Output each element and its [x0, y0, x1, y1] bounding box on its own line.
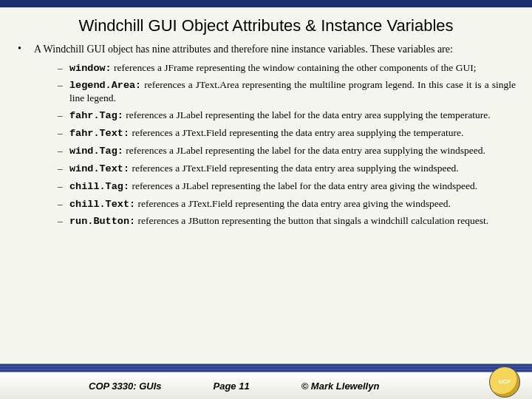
top-accent-bar — [0, 0, 532, 7]
dash-icon: – — [58, 145, 69, 158]
attr-name: chill.Tag: — [69, 181, 129, 192]
list-item: –fahr.Text: references a JText.Field rep… — [58, 127, 516, 140]
attr-name: legend.Area: — [69, 80, 141, 91]
dash-icon: – — [58, 198, 69, 211]
intro-row: • A Windchill GUI object has nine attrib… — [16, 43, 516, 56]
list-item: –legend.Area: references a JText.Area re… — [58, 79, 516, 105]
dash-icon: – — [58, 215, 69, 228]
footer-bar: COP 3330: GUIs Page 11 © Mark Llewellyn … — [0, 372, 532, 399]
ucf-logo-icon: UCF — [489, 366, 520, 398]
dash-icon: – — [58, 180, 69, 194]
attribute-list: –window: references a JFrame representin… — [16, 62, 516, 229]
footer-course: COP 3330: GUIs — [89, 381, 162, 392]
footer-stripe — [0, 364, 532, 372]
attr-desc: references a JText.Field representing th… — [129, 127, 463, 138]
list-item: –fahr.Tag: references a JLabel represent… — [58, 109, 516, 123]
dash-icon: – — [58, 62, 69, 75]
dash-icon: – — [58, 127, 69, 140]
attr-name: run.Button: — [69, 216, 135, 227]
dash-icon: – — [58, 79, 69, 105]
attr-name: wind.Text: — [69, 163, 129, 174]
attr-desc: references a JFrame representing the win… — [112, 62, 477, 73]
footer-page: Page 11 — [214, 381, 250, 392]
dash-icon: – — [58, 163, 69, 176]
bullet-icon: • — [16, 43, 34, 56]
attr-desc: references a JLabel representing the lab… — [123, 145, 485, 156]
intro-text: A Windchill GUI object has nine attribut… — [34, 43, 516, 56]
list-item: –run.Button: references a JButton repres… — [58, 215, 516, 228]
attr-desc: references a JLabel representing the lab… — [129, 180, 477, 191]
list-item: –window: references a JFrame representin… — [58, 62, 516, 75]
footer: COP 3330: GUIs Page 11 © Mark Llewellyn … — [0, 364, 532, 399]
list-item: –wind.Text: references a JText.Field rep… — [58, 163, 516, 176]
attr-desc: references a JText.Field representing th… — [135, 198, 451, 209]
list-item: –chill.Text: references a JText.Field re… — [58, 198, 516, 211]
attr-name: fahr.Text: — [69, 128, 129, 139]
attr-desc: references a JText.Field representing th… — [129, 163, 459, 174]
attr-desc: references a JButton representing the bu… — [135, 215, 488, 226]
dash-icon: – — [58, 109, 69, 123]
footer-copyright: © Mark Llewellyn — [301, 381, 380, 392]
list-item: –wind.Tag: references a JLabel represent… — [58, 145, 516, 158]
list-item: –chill.Tag: references a JLabel represen… — [58, 180, 516, 194]
attr-desc: references a JLabel representing the lab… — [123, 109, 491, 120]
attr-name: chill.Text: — [69, 199, 135, 210]
attr-name: wind.Tag: — [69, 146, 123, 157]
slide-title: Windchill GUI Object Attributes & Instan… — [16, 16, 516, 35]
slide-body: Windchill GUI Object Attributes & Instan… — [0, 7, 532, 364]
attr-name: fahr.Tag: — [69, 110, 123, 121]
attr-name: window: — [69, 63, 112, 74]
